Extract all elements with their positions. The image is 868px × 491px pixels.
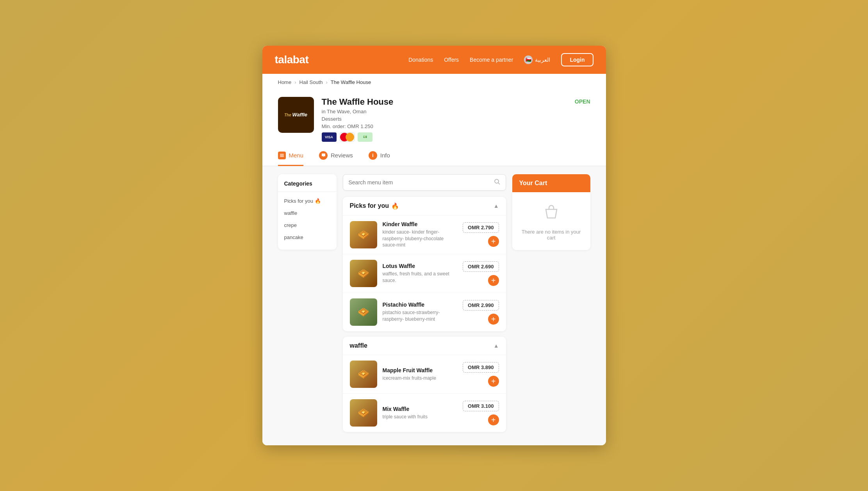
sidebar-item-pancake[interactable]: pancake <box>278 231 337 243</box>
item-pistachio-waffle-name: Pistachio Waffle <box>383 302 458 308</box>
item-mix-waffle-img: 🧇 <box>350 399 377 427</box>
tab-info-label: Info <box>380 152 390 159</box>
item-mapple-waffle-desc: icecream-mix fruits-maple <box>383 375 458 382</box>
restaurant-status: OPEN <box>575 98 590 105</box>
language-selector[interactable]: 🇴🇲 العربية <box>524 55 550 64</box>
info-icon: i <box>369 151 377 160</box>
tab-menu[interactable]: Menu <box>278 146 304 166</box>
section-waffle-title: waffle <box>350 342 367 349</box>
item-kinder-waffle-name: Kinder Waffle <box>383 221 458 227</box>
item-mapple-waffle-img: 🧇 <box>350 361 377 388</box>
add-pistachio-waffle-button[interactable]: + <box>488 314 499 325</box>
item-lotus-waffle-price: OMR 2.690 <box>463 261 499 272</box>
item-pistachio-waffle-desc: pistachio sauce-strawberry-raspberry- bl… <box>383 309 458 323</box>
header: talabat Donations Offers Become a partne… <box>262 46 606 74</box>
menu-area: Picks for you 🔥 ▲ 🧇 Kinder Waffle kinder… <box>343 174 506 437</box>
mastercard-icon <box>340 132 355 142</box>
item-pistachio-waffle-details: Pistachio Waffle pistachio sauce-strawbe… <box>383 302 458 323</box>
item-pistachio-waffle: 🧇 Pistachio Waffle pistachio sauce-straw… <box>343 293 506 331</box>
item-mix-waffle-details: Mix Waffle triple sauce with fruits <box>383 406 458 420</box>
breadcrumb-home[interactable]: Home <box>278 79 292 85</box>
search-box[interactable] <box>343 174 506 191</box>
logo[interactable]: talabat <box>275 54 309 66</box>
cart-bag-icon <box>540 202 562 223</box>
item-mapple-waffle-price-add: OMR 3.890 + <box>463 362 499 387</box>
item-pistachio-waffle-price: OMR 2.990 <box>463 300 499 311</box>
add-mapple-waffle-button[interactable]: + <box>488 376 499 387</box>
search-icon <box>494 179 500 186</box>
item-kinder-waffle-img: 🧇 <box>350 221 377 248</box>
item-lotus-waffle-name: Lotus Waffle <box>383 263 458 269</box>
section-waffle: waffle ▲ 🧇 Mapple Fruit Waffle icecream-… <box>343 337 506 432</box>
cash-icon: 💵 <box>358 132 373 142</box>
item-mapple-waffle-details: Mapple Fruit Waffle icecream-mix fruits-… <box>383 367 458 382</box>
svg-rect-1 <box>280 155 284 156</box>
breadcrumb-sep-2: › <box>326 79 328 85</box>
language-label: العربية <box>535 57 550 63</box>
login-button[interactable]: Login <box>561 53 593 66</box>
svg-line-4 <box>498 183 500 184</box>
item-mix-waffle-desc: triple sauce with fruits <box>383 414 458 420</box>
restaurant-category: Desserts <box>322 116 567 122</box>
item-kinder-waffle-desc: kinder sauce- kinder finger-raspberry- b… <box>383 229 458 248</box>
item-kinder-waffle-details: Kinder Waffle kinder sauce- kinder finge… <box>383 221 458 248</box>
section-picks-chevron: ▲ <box>494 203 499 209</box>
item-lotus-waffle-img: 🧇 <box>350 260 377 287</box>
cart-body: There are no items in your cart <box>512 192 590 250</box>
svg-rect-2 <box>280 156 284 157</box>
header-nav: Donations Offers Become a partner 🇴🇲 الع… <box>408 53 593 66</box>
item-lotus-waffle-desc: waffles, fresh fruits, and a sweet sauce… <box>383 271 458 284</box>
breadcrumb: Home › Hail South › The Waffle House <box>262 74 606 91</box>
item-mix-waffle-price-add: OMR 3.100 + <box>463 401 499 425</box>
item-mapple-waffle: 🧇 Mapple Fruit Waffle icecream-mix fruit… <box>343 355 506 394</box>
item-mix-waffle-name: Mix Waffle <box>383 406 458 412</box>
restaurant-info: The Waffle House in The Wave, Oman Desse… <box>322 97 567 142</box>
nav-become-partner[interactable]: Become a partner <box>470 57 513 63</box>
restaurant-logo: The Waffle <box>278 97 314 133</box>
item-lotus-waffle: 🧇 Lotus Waffle waffles, fresh fruits, an… <box>343 254 506 293</box>
svg-point-3 <box>495 179 499 183</box>
payment-icons: VISA 💵 <box>322 132 567 142</box>
item-kinder-waffle: 🧇 Kinder Waffle kinder sauce- kinder fin… <box>343 216 506 254</box>
nav-offers[interactable]: Offers <box>444 57 459 63</box>
cart-panel: Your Cart There are no items in your car… <box>512 174 590 437</box>
section-waffle-chevron: ▲ <box>494 343 499 349</box>
section-picks-title: Picks for you 🔥 <box>350 202 399 210</box>
section-waffle-header[interactable]: waffle ▲ <box>343 337 506 355</box>
restaurant-name: The Waffle House <box>322 97 567 107</box>
svg-rect-0 <box>280 154 284 155</box>
sidebar-item-crepe[interactable]: crepe <box>278 219 337 231</box>
item-kinder-waffle-price-add: OMR 2.790 + <box>463 222 499 247</box>
item-lotus-waffle-price-add: OMR 2.690 + <box>463 261 499 286</box>
nav-donations[interactable]: Donations <box>408 57 433 63</box>
breadcrumb-current: The Waffle House <box>331 79 371 85</box>
tabs: Menu Reviews i Info <box>262 146 606 166</box>
breadcrumb-hail-south[interactable]: Hail South <box>299 79 323 85</box>
item-mix-waffle-price: OMR 3.100 <box>463 401 499 411</box>
item-mapple-waffle-name: Mapple Fruit Waffle <box>383 367 458 373</box>
cart-empty-text: There are no items in your cart <box>518 229 585 241</box>
item-mapple-waffle-price: OMR 3.890 <box>463 362 499 373</box>
add-mix-waffle-button[interactable]: + <box>488 414 499 425</box>
sidebar-item-waffle[interactable]: waffle <box>278 207 337 219</box>
cart-header: Your Cart <box>512 174 590 192</box>
menu-icon <box>278 152 286 159</box>
visa-icon: VISA <box>322 132 337 142</box>
section-picks-header[interactable]: Picks for you 🔥 ▲ <box>343 197 506 216</box>
sidebar-title: Categories <box>278 180 337 192</box>
breadcrumb-sep-1: › <box>294 79 296 85</box>
item-pistachio-waffle-price-add: OMR 2.990 + <box>463 300 499 325</box>
item-kinder-waffle-price: OMR 2.790 <box>463 222 499 233</box>
browser-window: talabat Donations Offers Become a partne… <box>262 46 606 445</box>
restaurant-location: in The Wave, Oman <box>322 109 567 114</box>
section-picks: Picks for you 🔥 ▲ 🧇 Kinder Waffle kinder… <box>343 197 506 331</box>
search-input[interactable] <box>349 179 494 186</box>
item-mix-waffle: 🧇 Mix Waffle triple sauce with fruits OM… <box>343 394 506 432</box>
tab-reviews[interactable]: Reviews <box>319 146 353 166</box>
add-lotus-waffle-button[interactable]: + <box>488 275 499 286</box>
flag-icon: 🇴🇲 <box>524 55 533 64</box>
tab-menu-label: Menu <box>289 152 304 159</box>
add-kinder-waffle-button[interactable]: + <box>488 236 499 247</box>
sidebar-item-picks[interactable]: Picks for you 🔥 <box>278 195 337 207</box>
tab-info[interactable]: i Info <box>369 146 390 166</box>
